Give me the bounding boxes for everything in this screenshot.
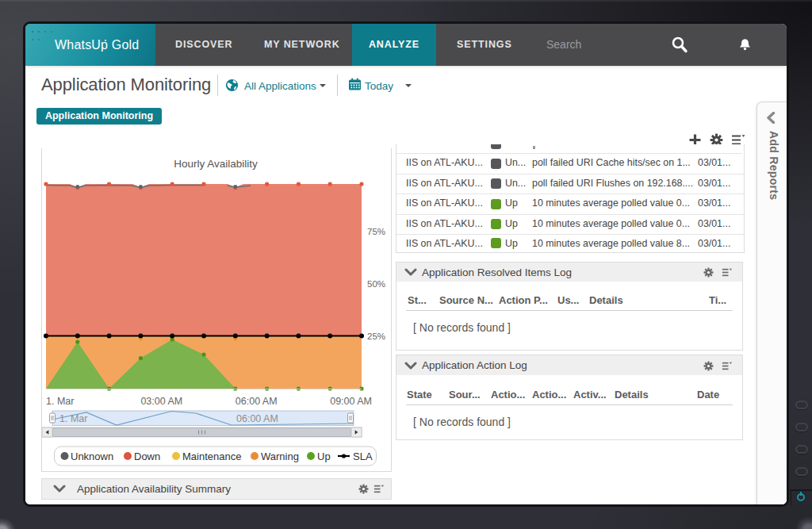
- svg-text:1. Mar: 1. Mar: [46, 396, 74, 407]
- svg-text:Down: Down: [134, 450, 160, 462]
- svg-text:09:00 AM: 09:00 AM: [330, 396, 372, 407]
- svg-text:SLA: SLA: [353, 450, 373, 462]
- svg-text:1. Mar: 1. Mar: [59, 413, 87, 424]
- svg-text:75%: 75%: [367, 227, 385, 236]
- svg-text:Warning: Warning: [261, 450, 299, 462]
- svg-text:Unknown: Unknown: [71, 450, 113, 462]
- svg-text:06:00 AM: 06:00 AM: [236, 413, 278, 424]
- svg-text:03:00 AM: 03:00 AM: [140, 396, 182, 407]
- svg-text:06:00 AM: 06:00 AM: [236, 396, 278, 407]
- svg-text:50%: 50%: [367, 279, 385, 289]
- svg-text:Maintenance: Maintenance: [182, 450, 241, 462]
- svg-text:25%: 25%: [367, 332, 385, 341]
- svg-text:Up: Up: [317, 450, 331, 462]
- svg-text:Hourly Availability: Hourly Availability: [174, 158, 258, 170]
